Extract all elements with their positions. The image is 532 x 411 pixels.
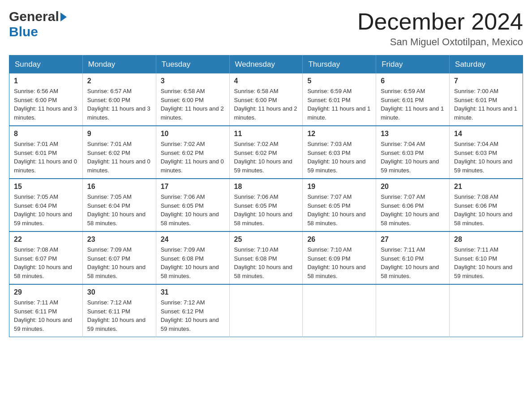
day-info: Sunrise: 7:05 AMSunset: 6:04 PMDaylight:… xyxy=(14,193,78,227)
logo: General Blue xyxy=(9,9,67,39)
day-info: Sunrise: 7:01 AMSunset: 6:01 PMDaylight:… xyxy=(14,140,78,175)
day-info: Sunrise: 6:59 AMSunset: 6:01 PMDaylight:… xyxy=(381,87,445,122)
calendar-cell: 13Sunrise: 7:04 AMSunset: 6:03 PMDayligh… xyxy=(376,126,450,179)
day-number: 1 xyxy=(14,77,78,85)
column-header-sunday: Sunday xyxy=(9,56,83,74)
day-number: 11 xyxy=(234,130,298,138)
calendar-week-row: 29Sunrise: 7:11 AMSunset: 6:11 PMDayligh… xyxy=(9,284,523,337)
day-number: 28 xyxy=(454,235,518,244)
day-info: Sunrise: 7:02 AMSunset: 6:02 PMDaylight:… xyxy=(161,140,225,175)
day-number: 21 xyxy=(454,183,518,191)
logo-blue-text: Blue xyxy=(9,24,38,39)
day-number: 13 xyxy=(381,130,445,138)
column-header-monday: Monday xyxy=(82,56,156,74)
day-number: 27 xyxy=(381,235,445,244)
day-number: 2 xyxy=(87,77,151,85)
column-header-wednesday: Wednesday xyxy=(229,56,303,74)
calendar-cell: 23Sunrise: 7:09 AMSunset: 6:07 PMDayligh… xyxy=(82,231,156,284)
day-info: Sunrise: 7:04 AMSunset: 6:03 PMDaylight:… xyxy=(381,140,445,175)
calendar-cell: 26Sunrise: 7:10 AMSunset: 6:09 PMDayligh… xyxy=(303,231,376,284)
calendar-cell: 14Sunrise: 7:04 AMSunset: 6:03 PMDayligh… xyxy=(450,126,523,179)
day-number: 9 xyxy=(87,130,151,138)
calendar-cell: 29Sunrise: 7:11 AMSunset: 6:11 PMDayligh… xyxy=(9,284,83,337)
day-info: Sunrise: 7:08 AMSunset: 6:06 PMDaylight:… xyxy=(454,193,518,227)
day-number: 8 xyxy=(14,130,78,138)
calendar-table: SundayMondayTuesdayWednesdayThursdayFrid… xyxy=(9,55,523,337)
month-year-title: December 2024 xyxy=(357,9,523,34)
day-number: 22 xyxy=(14,235,78,244)
day-info: Sunrise: 7:05 AMSunset: 6:04 PMDaylight:… xyxy=(87,193,151,227)
calendar-cell: 21Sunrise: 7:08 AMSunset: 6:06 PMDayligh… xyxy=(450,179,523,231)
day-info: Sunrise: 7:11 AMSunset: 6:10 PMDaylight:… xyxy=(381,245,445,280)
logo-triangle-icon xyxy=(60,13,67,21)
day-number: 16 xyxy=(87,183,151,191)
day-number: 19 xyxy=(307,183,371,191)
calendar-cell: 2Sunrise: 6:57 AMSunset: 6:00 PMDaylight… xyxy=(82,73,156,126)
day-info: Sunrise: 7:12 AMSunset: 6:12 PMDaylight:… xyxy=(161,298,225,333)
title-area: December 2024 San Miguel Oxtotilpan, Mex… xyxy=(357,9,523,48)
day-info: Sunrise: 6:57 AMSunset: 6:00 PMDaylight:… xyxy=(87,87,151,122)
day-number: 15 xyxy=(14,183,78,191)
day-info: Sunrise: 7:09 AMSunset: 6:08 PMDaylight:… xyxy=(161,245,225,280)
calendar-cell: 6Sunrise: 6:59 AMSunset: 6:01 PMDaylight… xyxy=(376,73,450,126)
calendar-cell: 18Sunrise: 7:06 AMSunset: 6:05 PMDayligh… xyxy=(229,179,303,231)
calendar-cell: 1Sunrise: 6:56 AMSunset: 6:00 PMDaylight… xyxy=(9,73,83,126)
calendar-cell: 24Sunrise: 7:09 AMSunset: 6:08 PMDayligh… xyxy=(156,231,229,284)
column-header-thursday: Thursday xyxy=(303,56,376,74)
day-number: 25 xyxy=(234,235,298,244)
calendar-cell: 7Sunrise: 7:00 AMSunset: 6:01 PMDaylight… xyxy=(450,73,523,126)
day-info: Sunrise: 7:06 AMSunset: 6:05 PMDaylight:… xyxy=(161,193,225,227)
calendar-cell: 3Sunrise: 6:58 AMSunset: 6:00 PMDaylight… xyxy=(156,73,229,126)
day-info: Sunrise: 7:01 AMSunset: 6:02 PMDaylight:… xyxy=(87,140,151,175)
day-number: 24 xyxy=(161,235,225,244)
calendar-cell xyxy=(229,284,303,337)
calendar-cell: 12Sunrise: 7:03 AMSunset: 6:03 PMDayligh… xyxy=(303,126,376,179)
day-number: 12 xyxy=(307,130,371,138)
calendar-week-row: 15Sunrise: 7:05 AMSunset: 6:04 PMDayligh… xyxy=(9,179,523,231)
calendar-cell: 25Sunrise: 7:10 AMSunset: 6:08 PMDayligh… xyxy=(229,231,303,284)
day-info: Sunrise: 7:11 AMSunset: 6:11 PMDaylight:… xyxy=(14,298,78,333)
calendar-cell: 31Sunrise: 7:12 AMSunset: 6:12 PMDayligh… xyxy=(156,284,229,337)
calendar-header-row: SundayMondayTuesdayWednesdayThursdayFrid… xyxy=(9,56,523,74)
day-info: Sunrise: 7:02 AMSunset: 6:02 PMDaylight:… xyxy=(234,140,298,175)
day-info: Sunrise: 7:08 AMSunset: 6:07 PMDaylight:… xyxy=(14,245,78,280)
logo-general-text: General xyxy=(9,9,59,24)
calendar-cell: 19Sunrise: 7:07 AMSunset: 6:05 PMDayligh… xyxy=(303,179,376,231)
day-number: 5 xyxy=(307,77,371,85)
calendar-cell: 15Sunrise: 7:05 AMSunset: 6:04 PMDayligh… xyxy=(9,179,83,231)
day-info: Sunrise: 7:03 AMSunset: 6:03 PMDaylight:… xyxy=(307,140,371,175)
day-info: Sunrise: 7:10 AMSunset: 6:09 PMDaylight:… xyxy=(307,245,371,280)
day-number: 26 xyxy=(307,235,371,244)
calendar-cell: 22Sunrise: 7:08 AMSunset: 6:07 PMDayligh… xyxy=(9,231,83,284)
column-header-saturday: Saturday xyxy=(450,56,523,74)
day-number: 6 xyxy=(381,77,445,85)
calendar-cell xyxy=(376,284,450,337)
calendar-cell: 20Sunrise: 7:07 AMSunset: 6:06 PMDayligh… xyxy=(376,179,450,231)
day-number: 3 xyxy=(161,77,225,85)
day-info: Sunrise: 7:06 AMSunset: 6:05 PMDaylight:… xyxy=(234,193,298,227)
calendar-cell: 30Sunrise: 7:12 AMSunset: 6:11 PMDayligh… xyxy=(82,284,156,337)
day-info: Sunrise: 6:59 AMSunset: 6:01 PMDaylight:… xyxy=(307,87,371,122)
calendar-cell: 16Sunrise: 7:05 AMSunset: 6:04 PMDayligh… xyxy=(82,179,156,231)
day-info: Sunrise: 6:58 AMSunset: 6:00 PMDaylight:… xyxy=(234,87,298,122)
day-number: 14 xyxy=(454,130,518,138)
page-header: General Blue December 2024 San Miguel Ox… xyxy=(9,9,523,48)
day-number: 31 xyxy=(161,288,225,296)
day-info: Sunrise: 6:58 AMSunset: 6:00 PMDaylight:… xyxy=(161,87,225,122)
calendar-cell: 9Sunrise: 7:01 AMSunset: 6:02 PMDaylight… xyxy=(82,126,156,179)
day-info: Sunrise: 7:10 AMSunset: 6:08 PMDaylight:… xyxy=(234,245,298,280)
column-header-tuesday: Tuesday xyxy=(156,56,229,74)
day-number: 29 xyxy=(14,288,78,296)
calendar-cell: 11Sunrise: 7:02 AMSunset: 6:02 PMDayligh… xyxy=(229,126,303,179)
day-info: Sunrise: 7:12 AMSunset: 6:11 PMDaylight:… xyxy=(87,298,151,333)
calendar-cell: 5Sunrise: 6:59 AMSunset: 6:01 PMDaylight… xyxy=(303,73,376,126)
day-info: Sunrise: 7:09 AMSunset: 6:07 PMDaylight:… xyxy=(87,245,151,280)
day-number: 18 xyxy=(234,183,298,191)
calendar-week-row: 1Sunrise: 6:56 AMSunset: 6:00 PMDaylight… xyxy=(9,73,523,126)
calendar-cell: 4Sunrise: 6:58 AMSunset: 6:00 PMDaylight… xyxy=(229,73,303,126)
day-number: 30 xyxy=(87,288,151,296)
day-number: 10 xyxy=(161,130,225,138)
calendar-cell: 10Sunrise: 7:02 AMSunset: 6:02 PMDayligh… xyxy=(156,126,229,179)
day-info: Sunrise: 6:56 AMSunset: 6:00 PMDaylight:… xyxy=(14,87,78,122)
day-number: 23 xyxy=(87,235,151,244)
